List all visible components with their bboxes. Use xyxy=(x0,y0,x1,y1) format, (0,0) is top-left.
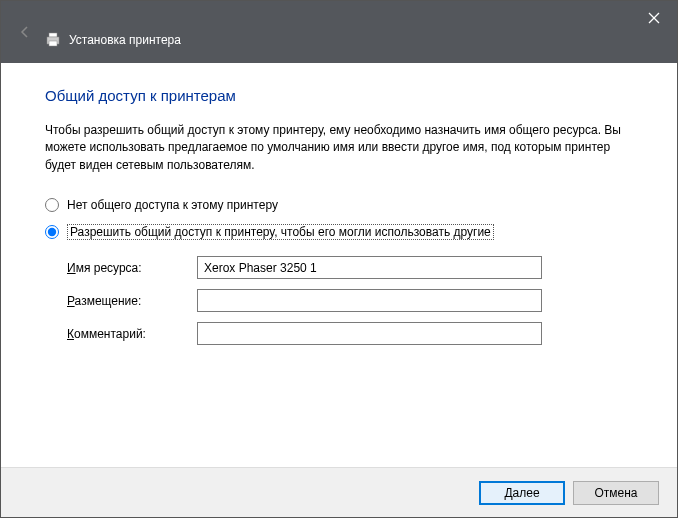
page-description: Чтобы разрешить общий доступ к этому при… xyxy=(45,122,633,174)
share-name-row: Имя ресурса: xyxy=(67,256,633,279)
svg-rect-2 xyxy=(49,33,57,37)
share-name-label: Имя ресурса: xyxy=(67,261,197,275)
share-form: Имя ресурса: Размещение: Комментарий: xyxy=(67,256,633,345)
window-title: Установка принтера xyxy=(69,33,181,47)
comment-label: Комментарий: xyxy=(67,327,197,341)
radio-share-label: Разрешить общий доступ к принтеру, чтобы… xyxy=(67,224,494,240)
content-area: Общий доступ к принтерам Чтобы разрешить… xyxy=(1,63,677,467)
radio-share[interactable]: Разрешить общий доступ к принтеру, чтобы… xyxy=(45,224,633,240)
back-arrow-icon xyxy=(15,22,35,42)
location-input[interactable] xyxy=(197,289,542,312)
cancel-button[interactable]: Отмена xyxy=(573,481,659,505)
location-row: Размещение: xyxy=(67,289,633,312)
share-name-input[interactable] xyxy=(197,256,542,279)
radio-no-share[interactable]: Нет общего доступа к этому принтеру xyxy=(45,198,633,212)
footer: Далее Отмена xyxy=(1,467,677,517)
radio-no-share-label: Нет общего доступа к этому принтеру xyxy=(67,198,278,212)
wizard-window: Установка принтера Общий доступ к принте… xyxy=(0,0,678,518)
comment-row: Комментарий: xyxy=(67,322,633,345)
comment-input[interactable] xyxy=(197,322,542,345)
sharing-radio-group: Нет общего доступа к этому принтеру Разр… xyxy=(45,198,633,240)
printer-icon xyxy=(45,32,61,48)
titlebar: Установка принтера xyxy=(1,1,677,63)
location-label: Размещение: xyxy=(67,294,197,308)
radio-share-input[interactable] xyxy=(45,225,59,239)
svg-rect-4 xyxy=(49,41,57,46)
close-icon[interactable] xyxy=(645,9,663,27)
page-heading: Общий доступ к принтерам xyxy=(45,87,633,104)
next-button[interactable]: Далее xyxy=(479,481,565,505)
radio-no-share-input[interactable] xyxy=(45,198,59,212)
